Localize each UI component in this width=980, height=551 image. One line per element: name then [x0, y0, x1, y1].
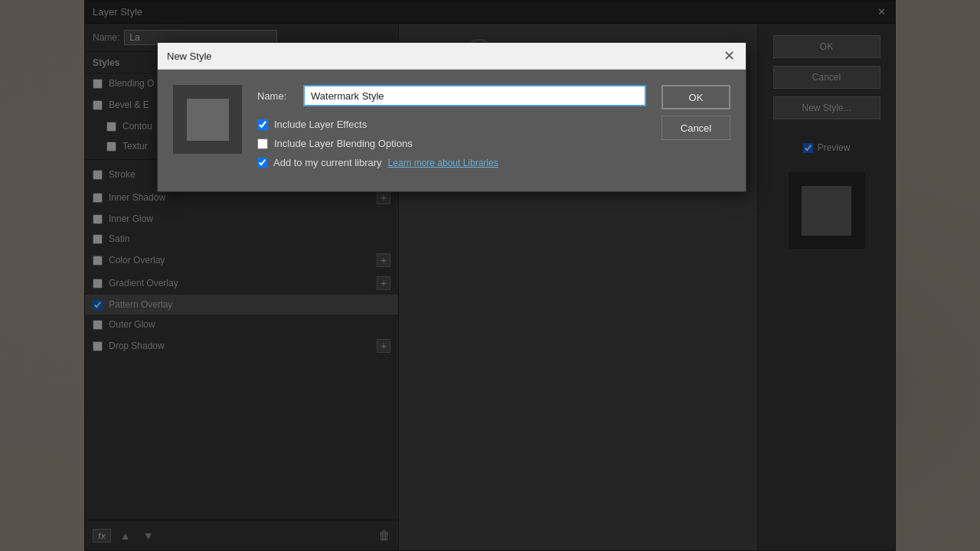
modal-name-input[interactable]	[303, 85, 646, 106]
modal-fields: Name: Include Layer Effects Include Laye…	[257, 85, 646, 176]
modal-overlay: New Style ✕ Name: Include Layer Effects …	[0, 0, 980, 551]
add-library-label: Add to my current library	[273, 157, 382, 168]
include-blending-row: Include Layer Blending Options	[257, 138, 646, 149]
modal-titlebar: New Style ✕	[158, 43, 746, 70]
modal-name-row: Name:	[257, 85, 646, 106]
modal-cancel-button[interactable]: Cancel	[662, 116, 730, 140]
include-effects-label: Include Layer Effects	[274, 119, 367, 130]
style-preview-inner	[187, 99, 229, 141]
add-library-checkbox[interactable]	[257, 158, 267, 168]
learn-more-link[interactable]: Learn more about Libraries	[388, 158, 498, 168]
new-style-modal: New Style ✕ Name: Include Layer Effects …	[157, 42, 746, 192]
modal-title: New Style	[167, 51, 212, 62]
modal-buttons: OK Cancel	[662, 85, 730, 140]
add-library-row: Add to my current library Learn more abo…	[257, 157, 646, 168]
include-effects-row: Include Layer Effects	[257, 119, 646, 130]
include-effects-checkbox[interactable]	[257, 119, 268, 130]
modal-name-label: Name:	[257, 90, 296, 102]
include-blending-label: Include Layer Blending Options	[274, 138, 413, 149]
include-blending-checkbox[interactable]	[257, 139, 268, 149]
modal-body: Name: Include Layer Effects Include Laye…	[158, 70, 746, 191]
style-preview-box	[173, 85, 242, 154]
modal-close-button[interactable]: ✕	[721, 48, 737, 64]
modal-ok-button[interactable]: OK	[662, 85, 730, 109]
